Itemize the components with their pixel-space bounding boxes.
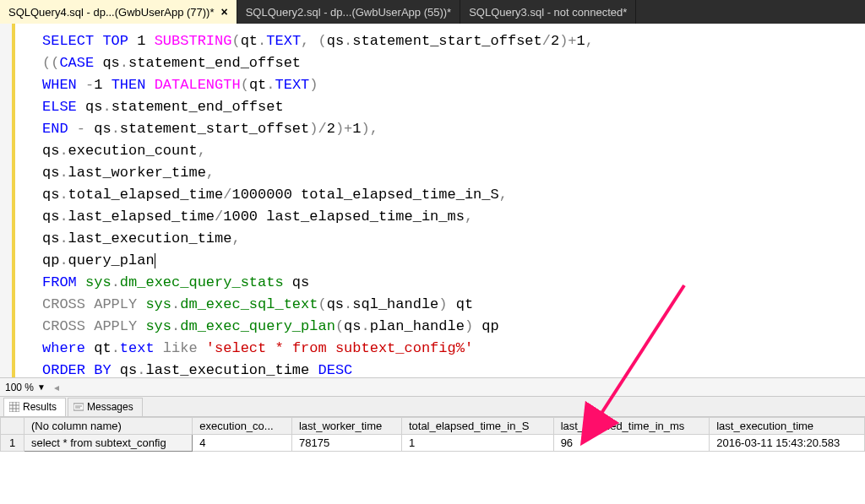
tab-label: SQLQuery4.sql - dp...(GwbUserApp (77))*: [8, 6, 214, 19]
grid-header-cell[interactable]: last_execution_time: [710, 418, 865, 435]
code-line: ORDER BY qs.last_execution_time DESC: [42, 360, 865, 377]
grid-cell[interactable]: select * from subtext_config: [24, 435, 193, 452]
grid-header-cell[interactable]: last_worker_time: [291, 418, 401, 435]
code-line: CROSS APPLY sys.dm_exec_sql_text(qs.sql_…: [42, 294, 865, 316]
messages-icon: [73, 402, 84, 412]
table-row[interactable]: 1select * from subtext_config47817519620…: [1, 435, 865, 452]
code-line: CROSS APPLY sys.dm_exec_query_plan(qs.pl…: [42, 316, 865, 338]
code-line: qs.last_elapsed_time/1000 last_elapsed_t…: [42, 206, 865, 228]
grid-cell[interactable]: 78175: [291, 435, 401, 452]
zoom-chevron-icon[interactable]: ▼: [37, 382, 46, 392]
code-line: qs.last_execution_time,: [42, 228, 865, 250]
tab-results[interactable]: Results: [3, 398, 66, 416]
tab-label: SQLQuery3.sql - not connected*: [469, 6, 627, 19]
grid-cell[interactable]: 1: [401, 435, 553, 452]
grid-header-cell[interactable]: (No column name): [24, 418, 193, 435]
sql-editor[interactable]: SELECT TOP 1 SUBSTRING(qt.TEXT, (qs.stat…: [0, 24, 865, 378]
row-number[interactable]: 1: [1, 435, 24, 452]
code-line: END - qs.statement_start_offset)/2)+1),: [42, 118, 865, 140]
document-tabs: SQLQuery4.sql - dp...(GwbUserApp (77))*×…: [0, 0, 865, 24]
editor-content[interactable]: SELECT TOP 1 SUBSTRING(qt.TEXT, (qs.stat…: [15, 24, 865, 377]
code-line: qs.execution_count,: [42, 140, 865, 162]
code-line: where qt.text like 'select * from subtex…: [42, 338, 865, 360]
code-line: ((CASE qs.statement_end_offset: [42, 52, 865, 74]
tab-label: SQLQuery2.sql - dp...(GwbUserApp (55))*: [246, 6, 451, 19]
close-icon[interactable]: ×: [220, 5, 227, 19]
results-grid-panel: (No column name)execution_co...last_work…: [0, 417, 865, 493]
code-line: SELECT TOP 1 SUBSTRING(qt.TEXT, (qs.stat…: [42, 30, 865, 52]
grid-cell[interactable]: 96: [553, 435, 710, 452]
grid-cell[interactable]: 2016-03-11 15:43:20.583: [710, 435, 865, 452]
grid-header-cell[interactable]: [1, 418, 24, 435]
grid-header-row: (No column name)execution_co...last_work…: [1, 418, 865, 435]
code-line: FROM sys.dm_exec_query_stats qs: [42, 272, 865, 294]
document-tab[interactable]: SQLQuery2.sql - dp...(GwbUserApp (55))*: [237, 0, 460, 24]
document-tab[interactable]: SQLQuery4.sql - dp...(GwbUserApp (77))*×: [0, 0, 237, 24]
code-line: WHEN -1 THEN DATALENGTH(qt.TEXT): [42, 74, 865, 96]
code-line: qs.last_worker_time,: [42, 162, 865, 184]
text-cursor: [155, 253, 155, 268]
tab-messages[interactable]: Messages: [68, 398, 143, 416]
zoom-value[interactable]: 100 %: [5, 382, 34, 393]
svg-rect-5: [73, 404, 84, 410]
grid-cell[interactable]: 4: [193, 435, 292, 452]
code-line: qp.query_plan: [42, 250, 865, 272]
results-grid[interactable]: (No column name)execution_co...last_work…: [0, 417, 865, 452]
grid-header-cell[interactable]: total_elapsed_time_in_S: [401, 418, 553, 435]
grid-icon: [9, 402, 19, 412]
tab-messages-label: Messages: [87, 401, 133, 413]
grid-header-cell[interactable]: last_elapsed_time_in_ms: [553, 418, 710, 435]
document-tab[interactable]: SQLQuery3.sql - not connected*: [460, 0, 636, 24]
code-line: ELSE qs.statement_end_offset: [42, 96, 865, 118]
tab-results-label: Results: [23, 401, 57, 413]
grid-header-cell[interactable]: execution_co...: [193, 418, 292, 435]
svg-rect-0: [9, 402, 19, 412]
editor-gutter: [0, 24, 15, 377]
code-line: qs.total_elapsed_time/1000000 total_elap…: [42, 184, 865, 206]
results-tab-strip: Results Messages: [0, 397, 865, 417]
zoom-separator: ◂: [54, 382, 59, 393]
zoom-bar: 100 % ▼ ◂: [0, 378, 865, 397]
